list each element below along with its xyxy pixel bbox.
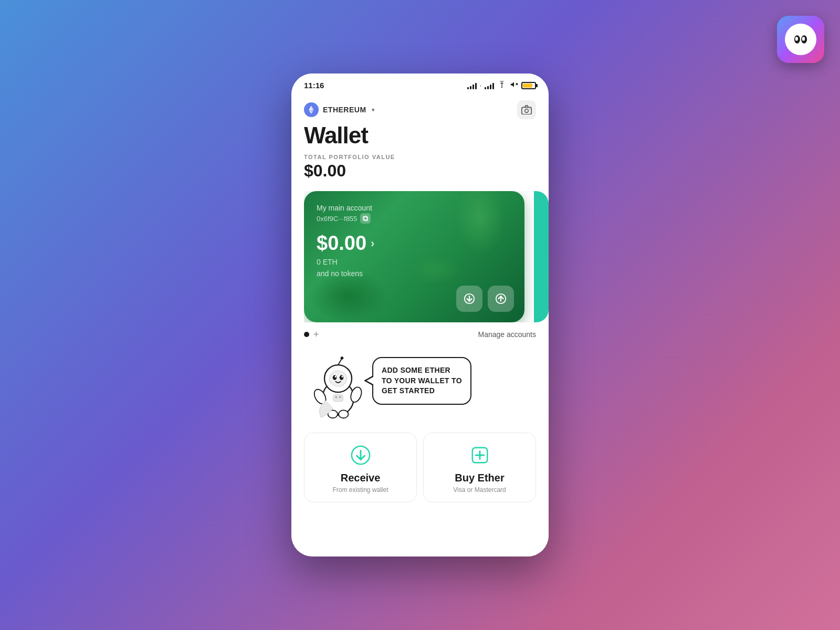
status-bar: 11:16 · [291,74,549,94]
signal-bars [467,82,477,89]
camera-button[interactable] [517,100,536,119]
receive-title: Receive [341,472,381,484]
network-name: ETHEREUM [323,106,366,114]
svg-point-35 [339,410,349,418]
svg-marker-11 [311,110,314,114]
portfolio-value: $0.00 [304,161,536,181]
svg-rect-33 [339,396,341,398]
buy-subtitle: Visa or Mastercard [453,486,506,494]
mascot-figure [304,352,372,420]
manage-accounts-link[interactable]: Manage accounts [478,330,536,339]
copy-address-button[interactable] [360,213,371,224]
network-badge[interactable]: ETHEREUM ▾ [304,102,375,117]
svg-point-4 [501,87,502,88]
battery-fill [523,83,532,88]
signal-separator: · [480,82,481,89]
status-time: 11:16 [304,81,324,90]
svg-rect-31 [333,395,343,402]
buy-card[interactable]: Buy Ether Visa or Mastercard [423,433,536,502]
balance-value: $0.00 [317,232,366,255]
buy-icon [468,444,491,467]
action-cards: Receive From existing wallet Buy Ether V… [291,428,549,515]
receive-card[interactable]: Receive From existing wallet [304,433,417,502]
app-icon-face [785,24,816,55]
svg-point-24 [329,371,346,386]
svg-point-3 [802,37,805,41]
network-chevron: ▾ [372,107,375,113]
phone-content: 11:16 · [291,74,549,556]
balance-chevron: › [371,237,374,250]
svg-point-15 [529,109,530,110]
receive-icon [349,444,372,467]
status-icons: · [467,81,536,90]
page-title: Wallet [304,122,536,149]
card-address: 0x6f9C···f855 [317,213,512,224]
speech-bubble: ADD SOME ETHER TO YOUR WALLET TO GET STA… [372,357,471,405]
ethereum-icon [304,102,319,117]
svg-point-26 [340,375,343,380]
speech-text: ADD SOME ETHER TO YOUR WALLET TO GET STA… [382,366,462,395]
wifi-icon [497,81,507,90]
card-tokens: and no tokens [317,269,512,278]
card-balance[interactable]: $0.00 › [317,232,512,255]
dots-left: + [304,330,319,339]
svg-marker-12 [309,110,311,114]
card-account-label: My main account [317,204,512,212]
svg-point-25 [333,375,337,380]
receive-subtitle: From existing wallet [332,486,388,494]
address-text: 0x6f9C···f855 [317,215,357,223]
buy-title: Buy Ether [455,472,504,484]
battery-icon [521,82,536,89]
mascot-section: ADD SOME ETHER TO YOUR WALLET TO GET STA… [291,346,549,428]
portfolio-label: TOTAL PORTFOLIO VALUE [304,154,536,160]
svg-line-36 [338,359,342,365]
svg-point-14 [525,109,529,113]
svg-rect-13 [522,107,531,114]
svg-point-27 [335,376,337,378]
svg-point-37 [341,356,344,360]
svg-point-28 [342,376,343,378]
mute-icon [510,81,518,90]
card-eth-amount: 0 ETH [317,258,512,266]
account-dots: + Manage accounts [291,322,549,346]
mascot-svg [304,352,372,420]
active-dot [304,332,309,337]
teal-card-peek [534,191,549,322]
svg-rect-32 [335,396,337,398]
signal-bars-2 [485,82,494,89]
add-account-button[interactable]: + [313,330,319,339]
card-actions [456,286,514,312]
app-icon[interactable] [777,16,824,63]
card-section: My main account 0x6f9C···f855 $0.00 › [291,181,549,322]
wallet-card[interactable]: My main account 0x6f9C···f855 $0.00 › [304,191,524,322]
phone-frame: 11:16 · [291,74,549,556]
network-selector: ETHEREUM ▾ [304,100,536,119]
header: ETHEREUM ▾ Wallet TOTAL PORTFOLIO VALUE … [291,94,549,181]
svg-point-2 [795,37,799,41]
receive-button[interactable] [456,286,482,312]
send-button[interactable] [488,286,514,312]
